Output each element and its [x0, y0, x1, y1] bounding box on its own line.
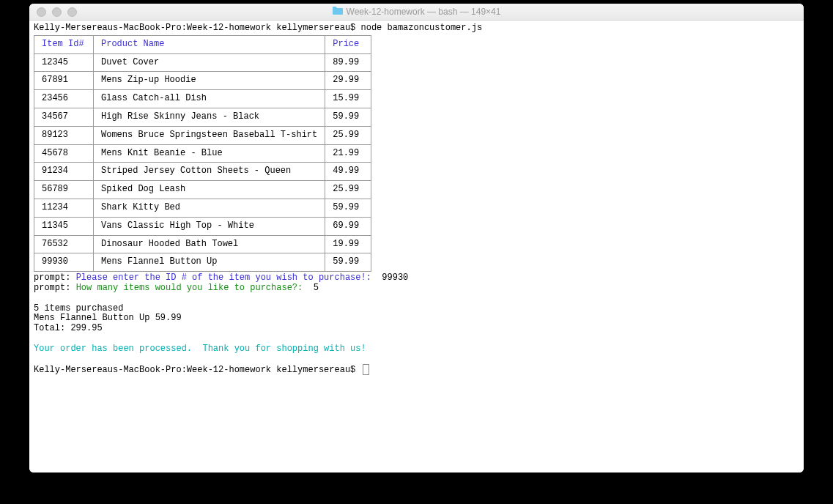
cell-price: 69.99 — [325, 217, 371, 235]
cursor — [363, 364, 369, 375]
cell-id: 67891 — [34, 72, 94, 90]
prompt-line-1: prompt: Please enter the ID # of the ite… — [34, 273, 799, 284]
prompt-question-1: Please enter the ID # of the item you wi… — [76, 273, 371, 283]
table-row: 91234Striped Jersey Cotton Sheets - Quee… — [34, 163, 371, 181]
terminal-body[interactable]: Kelly-Mersereaus-MacBook-Pro:Week-12-hom… — [29, 21, 804, 472]
table-row: 12345Duvet Cover89.99 — [34, 53, 371, 72]
table-row: 67891Mens Zip-up Hoodie29.99 — [34, 72, 371, 90]
cell-price: 89.99 — [325, 53, 371, 72]
titlebar: Week-12-homework — bash — 149×41 — [29, 4, 804, 21]
products-table: Item Id# Product Name Price 12345Duvet C… — [34, 35, 371, 272]
cell-id: 11234 — [34, 199, 94, 217]
result-item: Mens Flannel Button Up 59.99 — [34, 314, 799, 324]
cell-name: Mens Knit Beanie - Blue — [94, 144, 325, 163]
cell-id: 12345 — [34, 53, 94, 72]
cell-name: Womens Bruce Springsteen Baseball T-shir… — [94, 126, 325, 144]
blank-line — [34, 355, 799, 365]
cell-id: 45678 — [34, 144, 94, 163]
traffic-lights — [29, 7, 77, 17]
cell-price: 15.99 — [325, 90, 371, 108]
window-title-text: Week-12-homework — bash — 149×41 — [347, 7, 501, 17]
shell-prompt-line-2: Kelly-Mersereaus-MacBook-Pro:Week-12-hom… — [34, 364, 799, 376]
prompt-question-2: How many items would you like to purchas… — [76, 283, 303, 293]
minimize-icon[interactable] — [52, 7, 62, 17]
prompt-line-2: prompt: How many items would you like to… — [34, 284, 799, 294]
cell-name: Dinosaur Hooded Bath Towel — [94, 235, 325, 253]
table-row: 34567High Rise Skinny Jeans - Black59.99 — [34, 108, 371, 126]
thank-you-message: Your order has been processed. Thank you… — [34, 344, 799, 355]
cell-price: 29.99 — [325, 72, 371, 90]
table-row: 76532Dinosaur Hooded Bath Towel19.99 — [34, 235, 371, 253]
cell-price: 49.99 — [325, 163, 371, 181]
table-row: 11234Shark Kitty Bed59.99 — [34, 199, 371, 217]
result-qty: 5 items purchased — [34, 304, 799, 314]
cell-price: 59.99 — [325, 108, 371, 126]
cell-id: 56789 — [34, 181, 94, 199]
cell-price: 21.99 — [325, 144, 371, 163]
table-row: 56789Spiked Dog Leash25.99 — [34, 181, 371, 199]
result-total: Total: 299.95 — [34, 324, 799, 334]
cell-name: High Rise Skinny Jeans - Black — [94, 108, 325, 126]
cell-name: Shark Kitty Bed — [94, 199, 325, 217]
cell-name: Duvet Cover — [94, 53, 325, 72]
zoom-icon[interactable] — [67, 7, 77, 17]
cell-name: Spiked Dog Leash — [94, 181, 325, 199]
cell-name: Mens Zip-up Hoodie — [94, 72, 325, 90]
table-row: 99930Mens Flannel Button Up59.99 — [34, 253, 371, 272]
cell-name: Vans Classic High Top - White — [94, 217, 325, 235]
table-row: 45678Mens Knit Beanie - Blue21.99 — [34, 144, 371, 163]
table-row: 89123Womens Bruce Springsteen Baseball T… — [34, 126, 371, 144]
table-header-row: Item Id# Product Name Price — [34, 35, 371, 53]
cell-id: 89123 — [34, 126, 94, 144]
cell-id: 34567 — [34, 108, 94, 126]
cell-name: Striped Jersey Cotton Sheets - Queen — [94, 163, 325, 181]
cell-price: 19.99 — [325, 235, 371, 253]
cell-price: 25.99 — [325, 181, 371, 199]
cell-name: Mens Flannel Button Up — [94, 253, 325, 272]
terminal-window: Week-12-homework — bash — 149×41 Kelly-M… — [29, 4, 804, 472]
prompt-answer-1: 99930 — [382, 273, 408, 283]
cell-id: 91234 — [34, 163, 94, 181]
close-icon[interactable] — [37, 7, 46, 17]
table-row: 23456Glass Catch-all Dish15.99 — [34, 90, 371, 108]
col-header-id: Item Id# — [34, 35, 94, 53]
cell-price: 25.99 — [325, 126, 371, 144]
cell-id: 11345 — [34, 217, 94, 235]
col-header-name: Product Name — [94, 35, 325, 53]
col-header-price: Price — [325, 35, 371, 53]
folder-icon — [333, 7, 343, 17]
shell-prompt-line: Kelly-Mersereaus-MacBook-Pro:Week-12-hom… — [34, 23, 799, 34]
blank-line — [34, 334, 799, 344]
cell-id: 23456 — [34, 90, 94, 108]
cell-id: 76532 — [34, 235, 94, 253]
window-title: Week-12-homework — bash — 149×41 — [29, 7, 804, 17]
cell-price: 59.99 — [325, 253, 371, 272]
blank-line — [34, 294, 799, 304]
cell-id: 99930 — [34, 253, 94, 272]
prompt-answer-2: 5 — [314, 283, 319, 293]
cell-price: 59.99 — [325, 199, 371, 217]
table-row: 11345Vans Classic High Top - White69.99 — [34, 217, 371, 235]
cell-name: Glass Catch-all Dish — [94, 90, 325, 108]
command-text: node bamazoncustomer.js — [361, 23, 483, 33]
